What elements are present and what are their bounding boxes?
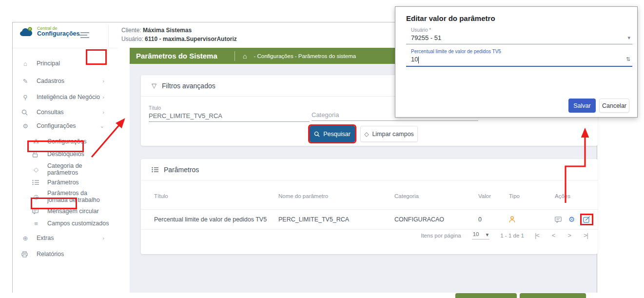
settings-action-icon[interactable]: ⚙ xyxy=(568,215,575,224)
edit-square-icon: ✎ xyxy=(21,78,29,85)
search-icon xyxy=(21,109,29,116)
text-cursor xyxy=(418,57,419,63)
header-divider xyxy=(234,51,235,61)
breadcrumb: - Configurações - Parâmetros do sistema xyxy=(254,53,356,59)
page-range: 1 - 1 de 1 xyxy=(500,233,524,238)
col-valor: Valor xyxy=(478,193,491,199)
sidebar-item-parametros-jornada[interactable]: ◷ Parâmetros da jornada de trabalho xyxy=(32,189,109,204)
sidebar-item-mensagem-circular[interactable]: Mensagem circular xyxy=(32,206,109,217)
col-categoria: Categoria xyxy=(394,193,419,199)
edit-action-annotation-box xyxy=(582,215,592,224)
sidebar-item-cadastros[interactable]: ✎ Cadastros › xyxy=(21,76,109,86)
lock-icon xyxy=(32,151,40,158)
dialog-title: Editar valor do parâmetro xyxy=(406,14,495,22)
cell-nome: PERC_LIMITE_TV5_RCA xyxy=(278,216,349,223)
table-row[interactable]: Percentual limite de valor de pedidos TV… xyxy=(141,209,598,230)
comment-action-icon[interactable] xyxy=(555,217,562,223)
first-page-button[interactable]: |< xyxy=(535,232,539,239)
diamond-icon: ◇ xyxy=(364,131,369,138)
last-page-button[interactable]: >| xyxy=(584,232,588,239)
client-line: Cliente: Máxima Sistemas xyxy=(121,27,237,34)
sidebar-item-extras[interactable]: ⊕ Extras › xyxy=(21,233,109,243)
sidebar-item-categoria-parametros[interactable]: ◇ Categoria de parâmetros xyxy=(32,164,109,175)
printer-icon xyxy=(21,251,29,258)
number-spinner-icon[interactable]: ⇅ xyxy=(626,56,630,62)
user-field-label: Usuário * xyxy=(406,27,632,33)
col-tipo: Tipo xyxy=(509,193,520,199)
home-icon: ⌂ xyxy=(21,60,29,67)
parameters-card-header: Parâmetros xyxy=(141,159,598,180)
next-page-button[interactable]: > xyxy=(567,232,571,239)
parameters-title: Parâmetros xyxy=(164,166,199,174)
page-title: Parâmetros do Sistema xyxy=(136,52,234,60)
param-field-label: Percentual limite de valor de pedidos TV… xyxy=(406,49,632,54)
logo-text: Central de Configurações xyxy=(37,26,80,38)
caret-down-icon: ▾ xyxy=(486,231,489,238)
app-logo: Central de Configurações xyxy=(20,26,80,38)
session-info: Cliente: Máxima Sistemas Usuário: 6110 -… xyxy=(108,25,237,46)
client-value: Máxima Sistemas xyxy=(143,27,192,34)
lightbulb-icon: ⚲ xyxy=(21,94,29,101)
items-per-page-label: Itens por página xyxy=(421,233,461,238)
chevron-right-icon: › xyxy=(102,94,104,100)
col-nome: Nome do parâmetro xyxy=(278,193,328,199)
sidebar-item-inteligencia[interactable]: ⚲ Inteligência de Negócio › xyxy=(21,92,109,102)
plus-circle-icon: ⊕ xyxy=(21,235,29,242)
prev-page-button[interactable]: < xyxy=(552,232,555,239)
pagination: Itens por página 10 ▾ 1 - 1 de 1 |< < > … xyxy=(421,231,588,239)
sidebar-item-desbloqueios[interactable]: Desbloqueios xyxy=(32,149,109,159)
user-line: Usuário: 6110 - maxima.SupervisorAutoriz xyxy=(121,36,237,42)
titulo-label: Título xyxy=(149,105,310,111)
cell-categoria: CONFIGURACAO xyxy=(394,216,444,223)
sidebar-item-principal[interactable]: ⌂ Principal xyxy=(21,58,109,69)
sidebar-item-parametros[interactable]: Parâmetros xyxy=(32,177,109,188)
user-select-field[interactable]: Usuário * 79255 - 51 ▾ xyxy=(406,27,632,44)
cancel-button[interactable]: Cancelar xyxy=(599,99,629,113)
edit-parameter-dialog: Editar valor do parâmetro Usuário * 7925… xyxy=(395,6,638,118)
create-parameter-button[interactable]: Criar parâmetro xyxy=(520,293,586,298)
items-per-page-select[interactable]: 10 ▾ xyxy=(472,231,490,239)
clock-icon: ◷ xyxy=(32,193,40,200)
list-icon xyxy=(32,179,40,185)
sidebar-item-relatorios[interactable]: Relatórios xyxy=(21,249,109,259)
dialog-buttons: Salvar Cancelar xyxy=(568,99,629,113)
menu-toggle-button[interactable] xyxy=(78,31,90,40)
page-nav: |< < > >| xyxy=(535,232,588,239)
parameters-card: Parâmetros Título Nome do parâmetro Cate… xyxy=(141,159,598,254)
funnel-icon: ▽ xyxy=(152,82,156,89)
content-gutter xyxy=(117,48,130,293)
gear-icon: ⚙ xyxy=(21,122,29,130)
search-button[interactable]: Pesquisar xyxy=(310,126,355,142)
cell-titulo: Percentual limite de valor de pedidos TV… xyxy=(154,216,267,223)
sidebar-item-configuracoes[interactable]: ⚙ Configurações ⌄ xyxy=(21,120,109,131)
save-button[interactable]: Salvar xyxy=(568,99,596,113)
sidebar-item-consultas[interactable]: Consultas › xyxy=(21,107,109,118)
edit-action-icon[interactable] xyxy=(583,216,590,223)
chevron-right-icon: › xyxy=(102,109,104,115)
search-icon xyxy=(314,131,320,137)
user-select-value[interactable]: 79255 - 51 xyxy=(411,34,627,41)
create-buttons: ◇ Criar categoria Criar parâmetro xyxy=(455,293,586,298)
user-value: 6110 - maxima.SupervisorAutoriz xyxy=(145,36,237,42)
dropdown-caret-icon[interactable]: ▾ xyxy=(627,35,630,41)
create-category-button[interactable]: ◇ Criar categoria xyxy=(455,293,517,298)
chevron-right-icon: › xyxy=(102,235,104,241)
col-titulo: Título xyxy=(154,193,168,199)
titulo-field[interactable]: Título PERC_LIMITE_TV5_RCA xyxy=(149,105,310,122)
param-value-field[interactable]: Percentual limite de valor de pedidos TV… xyxy=(406,49,632,67)
chevron-right-icon: › xyxy=(102,78,104,84)
sidebar-item-sub-configuracoes[interactable]: ⁂ Configurações xyxy=(32,136,109,147)
hamburger-icon xyxy=(78,31,90,40)
breadcrumb-home-icon[interactable]: ⌂ xyxy=(243,52,247,60)
list-icon xyxy=(152,167,158,173)
cell-valor: 0 xyxy=(478,216,482,223)
titulo-input[interactable]: PERC_LIMITE_TV5_RCA xyxy=(149,112,310,122)
clear-fields-button[interactable]: ◇ Limpar campos xyxy=(360,126,418,142)
col-acoes: Ações xyxy=(555,193,570,199)
sidebar: ⌂ Principal ✎ Cadastros › ⚲ Inteligência… xyxy=(13,48,117,293)
user-type-icon xyxy=(509,216,515,223)
param-value-input[interactable]: 10 xyxy=(411,56,626,63)
filters-title: Filtros avançados xyxy=(162,82,215,90)
stack-icon: ≡ xyxy=(32,220,40,227)
sidebar-item-campos-customizados[interactable]: ≡ Campos customizados xyxy=(32,218,109,229)
